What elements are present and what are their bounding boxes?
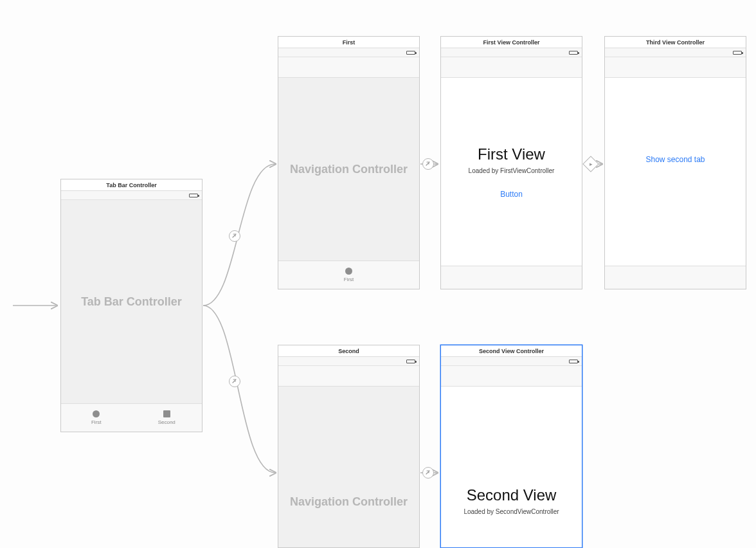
status-bar [278, 48, 419, 57]
navigation-bar [605, 57, 746, 78]
battery-icon [189, 194, 198, 197]
status-bar [605, 48, 746, 57]
heading-label: Second View [467, 486, 557, 504]
show-second-tab-button[interactable]: Show second tab [645, 155, 705, 164]
circle-icon [345, 268, 352, 275]
status-bar [278, 357, 419, 366]
navigation-bar [441, 366, 582, 387]
tab-label: Second [158, 419, 176, 425]
scene-tab-bar-controller[interactable]: Tab Bar Controller Tab Bar Controller Fi… [60, 179, 203, 432]
tab-item-first[interactable]: First [278, 261, 419, 289]
scene-title: Second View Controller [441, 345, 582, 357]
scene-body: Tab Bar Controller [61, 200, 202, 403]
placeholder-label: Tab Bar Controller [81, 295, 182, 309]
status-bar [61, 191, 202, 200]
scene-third-vc[interactable]: Third View Controller Show second tab [604, 36, 746, 289]
scene-body: Show second tab [605, 78, 746, 266]
scene-nav-second[interactable]: Second Navigation Controller [278, 345, 420, 548]
battery-icon [569, 360, 578, 363]
segue-node-relationship[interactable] [422, 158, 434, 170]
show-segue-icon: ▸ [590, 161, 593, 167]
scene-body: Second View Loaded by SecondViewControll… [441, 387, 582, 547]
segue-node-relationship[interactable] [229, 376, 240, 387]
placeholder-label: Navigation Controller [290, 163, 408, 176]
navigation-bar [278, 366, 419, 387]
scene-body: Navigation Controller [278, 78, 419, 260]
heading-label: First View [478, 145, 545, 163]
tab-bar: First [278, 260, 419, 289]
placeholder-label: Navigation Controller [290, 495, 408, 509]
segue-node-relationship[interactable] [229, 230, 240, 242]
navigation-bar [278, 57, 419, 78]
tab-bar [605, 266, 746, 289]
scene-title: Tab Bar Controller [61, 179, 202, 191]
tab-bar: First Second [61, 403, 202, 432]
scene-title: Third View Controller [605, 37, 746, 48]
scene-body: Navigation Controller [278, 387, 419, 547]
scene-nav-first[interactable]: First Navigation Controller First [278, 36, 420, 289]
battery-icon [406, 360, 415, 363]
status-bar [441, 357, 582, 366]
battery-icon [569, 51, 578, 55]
square-icon [163, 410, 170, 417]
button[interactable]: Button [500, 190, 523, 199]
scene-title: First [278, 37, 419, 48]
scene-second-vc[interactable]: Second View Controller Second View Loade… [440, 345, 582, 548]
tab-item-second[interactable]: Second [132, 404, 203, 432]
segue-node-show[interactable]: ▸ [582, 156, 598, 172]
subheading-label: Loaded by SecondViewController [464, 508, 559, 515]
scene-title: First View Controller [441, 37, 582, 48]
tab-bar [441, 266, 582, 289]
status-bar [441, 48, 582, 57]
battery-icon [406, 51, 415, 55]
scene-first-vc[interactable]: First View Controller First View Loaded … [440, 36, 582, 289]
battery-icon [733, 51, 742, 55]
segue-node-relationship[interactable] [422, 467, 434, 479]
tab-item-first[interactable]: First [61, 404, 132, 432]
storyboard-canvas[interactable]: ▸ Tab Bar Controller Tab Bar Controller … [0, 0, 756, 548]
circle-icon [93, 410, 100, 417]
scene-title: Second [278, 345, 419, 357]
tab-label: First [91, 419, 102, 425]
tab-label: First [344, 277, 354, 282]
navigation-bar [441, 57, 582, 78]
subheading-label: Loaded by FirstViewController [469, 167, 555, 174]
scene-body: First View Loaded by FirstViewController… [441, 78, 582, 266]
